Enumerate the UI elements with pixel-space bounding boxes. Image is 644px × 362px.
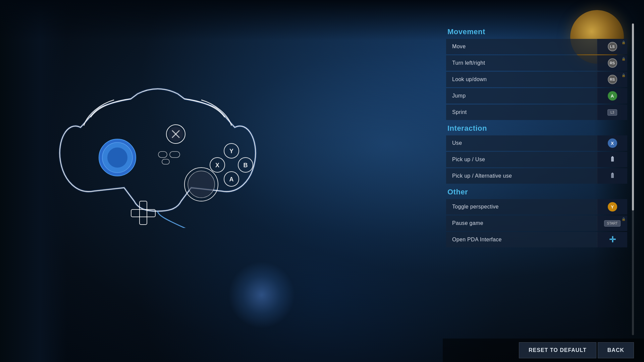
svg-rect-25 — [611, 173, 614, 178]
back-button[interactable]: BACK — [598, 342, 634, 358]
plus-icon: ✛ — [609, 235, 616, 244]
binding-row[interactable]: Look up/downRS🔒 — [446, 72, 627, 87]
binding-action-label: Move — [447, 44, 597, 50]
ls-click-icon: L3 — [607, 109, 617, 116]
pickup-icon — [608, 156, 616, 164]
scrollbar-thumb[interactable] — [632, 23, 634, 210]
lock-icon: 🔒 — [622, 57, 626, 61]
svg-point-6 — [188, 171, 215, 198]
binding-row[interactable]: Pick up / Use — [446, 152, 627, 167]
lock-icon: 🔒 — [622, 217, 626, 221]
binding-action-label: Turn left/right — [447, 60, 597, 66]
key-badge: START 🔒 — [597, 216, 627, 231]
binding-row[interactable]: Toggle perspectiveY — [446, 199, 627, 215]
svg-rect-23 — [611, 157, 614, 162]
key-badge: A — [597, 88, 627, 104]
binding-action-label: Use — [447, 140, 597, 146]
binding-action-label: Sprint — [447, 109, 597, 115]
binding-action-label: Look up/down — [447, 76, 597, 82]
binding-action-label: Pick up / Alternative use — [447, 173, 597, 179]
bottom-action-bar: RESET TO DEFAULT BACK — [443, 339, 644, 362]
section-header-movement: Movement — [446, 27, 627, 36]
scrollbar-track — [632, 23, 634, 335]
key-badge: Y — [597, 199, 627, 215]
section-header-other: Other — [446, 188, 627, 196]
key-badge — [597, 168, 627, 184]
key-badge: ✛ — [597, 232, 627, 247]
svg-rect-3 — [140, 201, 147, 225]
y-button-icon: Y — [608, 202, 617, 212]
scene-light-glow — [228, 261, 295, 328]
svg-rect-19 — [158, 152, 167, 158]
binding-action-label: Open PDA Interface — [447, 237, 597, 243]
binding-row[interactable]: Pause game START 🔒 — [446, 216, 627, 231]
svg-text:B: B — [244, 162, 248, 169]
key-badge: LS🔒 — [597, 39, 627, 54]
svg-rect-21 — [162, 159, 169, 164]
key-badge: L3 — [597, 105, 627, 120]
keybinding-panel: MovementMoveLS🔒Turn left/rightRS🔒Look up… — [446, 23, 634, 335]
binding-row[interactable]: UseX — [446, 135, 627, 151]
alt-use-icon — [608, 172, 616, 180]
binding-row[interactable]: Turn left/rightRS🔒 — [446, 55, 627, 71]
svg-text:Y: Y — [229, 148, 233, 155]
start-button-icon: START — [604, 220, 621, 227]
binding-row[interactable]: Open PDA Interface✛ — [446, 232, 627, 247]
binding-row[interactable]: SprintL3 — [446, 105, 627, 120]
x-button-icon: X — [608, 138, 617, 148]
lock-icon: 🔒 — [622, 41, 626, 45]
binding-action-label: Toggle perspective — [447, 204, 597, 210]
binding-action-label: Jump — [447, 93, 597, 99]
svg-text:X: X — [215, 162, 219, 169]
svg-rect-20 — [170, 152, 180, 158]
a-button-icon: A — [608, 91, 617, 101]
right-stick-icon: RS — [608, 58, 617, 68]
section-header-interaction: Interaction — [446, 124, 627, 133]
left-stick-icon: LS — [608, 42, 617, 51]
svg-rect-24 — [612, 156, 613, 158]
right-stick-icon: RS — [608, 75, 617, 84]
binding-row[interactable]: MoveLS🔒 — [446, 39, 627, 54]
binding-row[interactable]: JumpA — [446, 88, 627, 104]
controller-diagram: Y B X A — [40, 60, 275, 228]
binding-action-label: Pause game — [447, 220, 597, 226]
svg-rect-26 — [612, 173, 613, 174]
binding-row[interactable]: Pick up / Alternative use — [446, 168, 627, 184]
panel-scroll-area[interactable]: MovementMoveLS🔒Turn left/rightRS🔒Look up… — [446, 23, 634, 335]
svg-point-2 — [107, 147, 127, 168]
key-badge: X — [597, 135, 627, 151]
svg-text:A: A — [229, 176, 234, 183]
key-badge: RS🔒 — [597, 72, 627, 87]
reset-to-default-button[interactable]: RESET TO DEFAULT — [519, 342, 596, 358]
lock-icon: 🔒 — [622, 73, 626, 77]
binding-action-label: Pick up / Use — [447, 157, 597, 163]
key-badge — [597, 152, 627, 167]
key-badge: RS🔒 — [597, 55, 627, 71]
